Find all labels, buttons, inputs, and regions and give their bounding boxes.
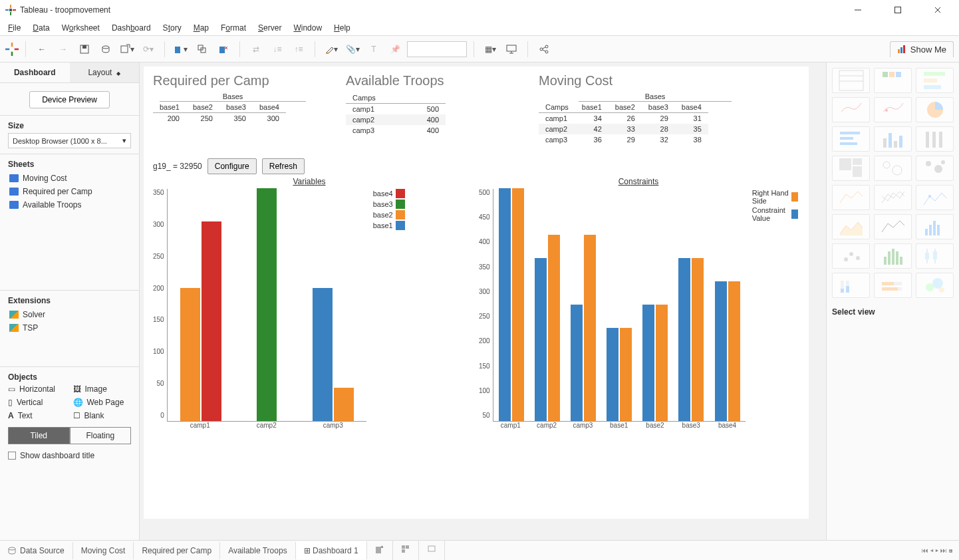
svg-rect-0 (9, 9, 12, 11)
minimize-button[interactable] (845, 1, 871, 19)
viz-thumb-11[interactable] (916, 156, 954, 181)
refresh-button[interactable]: ⟳▾ (139, 40, 158, 59)
fit-dropdown[interactable] (407, 41, 467, 57)
sheet-required-per-camp[interactable]: Required per Camp (8, 185, 131, 198)
viz-thumb-18[interactable] (832, 243, 870, 269)
menu-file[interactable]: File (8, 23, 21, 33)
ext-tsp[interactable]: TSP (8, 321, 131, 335)
viz-thumb-22[interactable] (874, 273, 912, 298)
viz-thumb-21[interactable] (832, 273, 870, 298)
forward-button[interactable]: → (54, 40, 72, 59)
viz-thumb-8[interactable] (916, 126, 954, 152)
tab-required-per-camp[interactable]: Required per Camp (134, 542, 220, 559)
viz-thumb-5[interactable] (916, 97, 954, 122)
constraints-chart[interactable]: Constraints 5004504003503002502001501005… (479, 177, 798, 429)
moving-cost-view[interactable]: Moving Cost Bases Campsbase1base2base3ba… (539, 73, 765, 145)
new-worksheet-button[interactable]: ▾ (118, 40, 136, 59)
refresh-ext-button[interactable]: Refresh (262, 158, 305, 174)
tableau-start-icon[interactable] (5, 43, 19, 56)
available-troops-view[interactable]: Available Troops Camps camp1500 camp2400… (346, 73, 479, 145)
tab-nav[interactable]: ⏮ ◀ ▶ ⏭ ▦ (922, 547, 959, 554)
viz-thumb-15[interactable] (832, 214, 870, 239)
save-button[interactable] (75, 40, 94, 59)
size-selector[interactable]: Desktop Browser (1000 x 8...▾ (8, 133, 131, 148)
viz-thumb-10[interactable] (874, 156, 912, 181)
constraints-chart-title: Constraints (479, 177, 798, 186)
viz-thumb-23[interactable] (916, 273, 954, 298)
viz-thumb-4[interactable] (874, 97, 912, 122)
new-dashboard-tab[interactable] (393, 541, 419, 560)
obj-text[interactable]: A Text (8, 411, 67, 420)
back-button[interactable]: ← (33, 40, 51, 59)
viz-thumb-1[interactable] (874, 68, 912, 93)
attach-button[interactable]: 📎▾ (343, 40, 362, 59)
obj-image[interactable]: 🖼 Image (73, 384, 132, 394)
obj-vertical[interactable]: ▯ Vertical (8, 398, 67, 407)
svg-rect-37 (939, 132, 942, 148)
viz-thumb-12[interactable] (832, 185, 870, 210)
viz-thumb-14[interactable] (916, 185, 954, 210)
svg-rect-3 (82, 45, 86, 49)
ext-solver[interactable]: Solver (8, 308, 131, 321)
viz-thumb-7[interactable] (874, 126, 912, 152)
viz-thumb-19[interactable] (874, 243, 912, 269)
menu-data[interactable]: Data (33, 23, 49, 33)
new-sheet-button[interactable]: ▾ (172, 40, 190, 59)
tab-data-source[interactable]: Data Source (0, 542, 73, 559)
new-story-tab[interactable] (419, 541, 445, 560)
svg-rect-64 (841, 289, 844, 293)
menu-dashboard[interactable]: Dashboard (112, 23, 151, 33)
floating-button[interactable]: Floating (70, 427, 132, 444)
dashboard-canvas[interactable]: Required per Camp Bases base1base2base3b… (140, 63, 826, 540)
tab-available-troops[interactable]: Available Troops (220, 542, 296, 559)
presentation-button[interactable] (502, 40, 521, 59)
viz-thumb-3[interactable] (832, 97, 870, 122)
viz-thumb-13[interactable] (874, 185, 912, 210)
tiled-button[interactable]: Tiled (8, 427, 70, 444)
menu-worksheet[interactable]: Worksheet (62, 23, 100, 33)
obj-webpage[interactable]: 🌐 Web Page (73, 398, 132, 407)
viz-thumb-2[interactable] (916, 68, 954, 93)
tab-layout[interactable]: Layout ◆ (70, 63, 140, 82)
device-preview-button[interactable]: Device Preview (29, 91, 110, 108)
sheet-available-troops[interactable]: Available Troops (8, 198, 131, 211)
tab-moving-cost[interactable]: Moving Cost (73, 542, 134, 559)
maximize-button[interactable] (885, 1, 911, 19)
viz-thumb-17[interactable] (916, 214, 954, 239)
viz-thumb-0[interactable] (832, 68, 870, 93)
menu-format[interactable]: Format (221, 23, 246, 33)
duplicate-button[interactable] (193, 40, 211, 59)
variables-chart[interactable]: Variables 350300250200150100500 camp1cam… (153, 177, 466, 429)
viz-thumb-9[interactable] (832, 156, 870, 181)
menu-server[interactable]: Server (258, 23, 281, 33)
show-me-button[interactable]: Show Me (890, 41, 954, 57)
viz-thumb-6[interactable] (832, 126, 870, 152)
svg-rect-33 (894, 141, 897, 148)
highlight-button[interactable]: ▾ (322, 40, 341, 59)
new-worksheet-tab[interactable]: + (367, 541, 393, 560)
close-button[interactable] (924, 1, 951, 19)
configure-button[interactable]: Configure (207, 158, 257, 174)
menu-map[interactable]: Map (194, 23, 209, 33)
sheet-moving-cost[interactable]: Moving Cost (8, 172, 131, 185)
tab-dashboard-1[interactable]: ⊞ Dashboard 1 (296, 541, 367, 559)
tab-dashboard[interactable]: Dashboard (0, 63, 70, 82)
viz-thumb-16[interactable] (874, 214, 912, 239)
svg-rect-54 (884, 257, 887, 265)
required-per-camp-view[interactable]: Required per Camp Bases base1base2base3b… (153, 73, 326, 145)
show-cards-button[interactable]: ▦▾ (481, 40, 499, 59)
clear-button[interactable] (214, 40, 233, 59)
svg-rect-50 (937, 225, 940, 235)
obj-horizontal[interactable]: ▭ Horizontal (8, 384, 67, 394)
svg-point-74 (9, 547, 15, 550)
obj-blank[interactable]: ☐ Blank (73, 411, 132, 420)
svg-rect-21 (889, 72, 894, 77)
menu-help[interactable]: Help (334, 23, 350, 33)
viz-thumb-20[interactable] (916, 243, 954, 269)
menu-story[interactable]: Story (163, 23, 182, 33)
show-title-checkbox[interactable]: Show dashboard title (8, 451, 131, 460)
share-button[interactable] (535, 40, 553, 59)
svg-rect-48 (929, 225, 932, 235)
menu-window[interactable]: Window (293, 23, 322, 33)
new-datasource-button[interactable] (96, 40, 115, 59)
